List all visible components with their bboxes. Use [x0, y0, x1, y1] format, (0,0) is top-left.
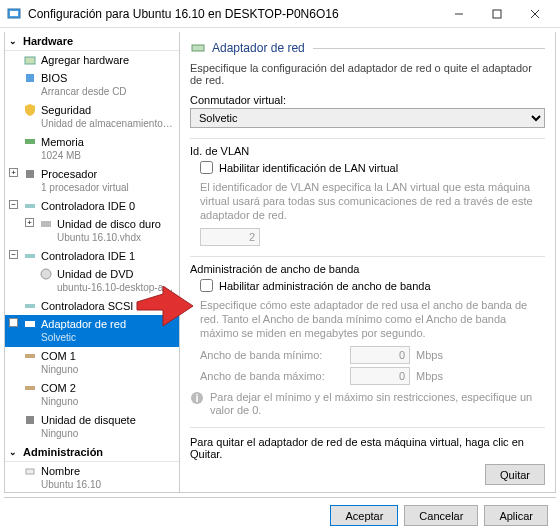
- bw-unit: Mbps: [416, 370, 443, 382]
- floppy-icon: [23, 413, 37, 427]
- port-icon: [23, 381, 37, 395]
- info-icon: i: [190, 391, 204, 405]
- bandwidth-enable-checkbox[interactable]: Habilitar administración de ancho de ban…: [200, 279, 545, 292]
- tree-network-adapter[interactable]: + Adaptador de red Solvetic: [5, 315, 179, 347]
- expand-icon[interactable]: +: [9, 168, 18, 177]
- shield-icon: [23, 103, 37, 117]
- memory-icon: [23, 135, 37, 149]
- bw-max-input: [350, 367, 410, 385]
- svg-rect-11: [41, 221, 51, 227]
- svg-rect-7: [26, 74, 34, 82]
- collapse-icon[interactable]: −: [9, 250, 18, 259]
- expand-icon[interactable]: +: [25, 218, 34, 227]
- settings-tree[interactable]: ⌄ Hardware Agregar hardware BIOS Arranca…: [5, 32, 180, 492]
- apply-button[interactable]: Aplicar: [484, 505, 548, 526]
- cpu-icon: [23, 167, 37, 181]
- tree-ide1[interactable]: − Controladora IDE 1: [5, 247, 179, 265]
- chevron-down-icon: ⌄: [9, 447, 17, 457]
- svg-rect-6: [25, 57, 35, 64]
- controller-icon: [23, 199, 37, 213]
- tree-ide0[interactable]: − Controladora IDE 0: [5, 197, 179, 215]
- chip-icon: [23, 71, 37, 85]
- virtual-switch-select[interactable]: Solvetic: [190, 108, 545, 128]
- vlan-checkbox-input[interactable]: [200, 161, 213, 174]
- cancel-button[interactable]: Cancelar: [404, 505, 478, 526]
- tree-dvd[interactable]: Unidad de DVD ubuntu-16.10-desktop-am...: [5, 265, 179, 297]
- svg-point-13: [41, 269, 51, 279]
- panel-description: Especifique la configuración del adaptad…: [190, 62, 545, 86]
- vlan-group-title: Id. de VLAN: [190, 145, 545, 157]
- divider: [313, 48, 545, 49]
- svg-rect-19: [26, 469, 34, 474]
- panel-title: Adaptador de red: [212, 41, 305, 55]
- window-title: Configuración para Ubuntu 16.10 en DESKT…: [28, 7, 440, 21]
- remove-button[interactable]: Quitar: [485, 464, 545, 485]
- section-hardware[interactable]: ⌄ Hardware: [5, 32, 179, 51]
- remove-text: Para quitar el adaptador de red de esta …: [190, 436, 545, 460]
- svg-rect-24: [192, 45, 204, 51]
- controller-icon: [23, 249, 37, 263]
- network-adapter-icon: [190, 40, 206, 56]
- tree-add-hardware[interactable]: Agregar hardware: [5, 51, 179, 69]
- svg-rect-9: [26, 170, 34, 178]
- svg-text:i: i: [195, 392, 198, 404]
- dialog-button-row: Aceptar Cancelar Aplicar: [4, 497, 556, 529]
- vlan-help-text: El identificador de VLAN especifica la L…: [200, 180, 545, 222]
- hdd-icon: [39, 217, 53, 231]
- virtual-switch-label: Conmutador virtual:: [190, 94, 545, 106]
- svg-rect-10: [25, 204, 35, 208]
- tree-memory[interactable]: Memoria 1024 MB: [5, 133, 179, 165]
- svg-rect-14: [25, 304, 35, 308]
- close-button[interactable]: [516, 2, 554, 26]
- tag-icon: [23, 464, 37, 478]
- svg-rect-12: [25, 254, 35, 258]
- add-hardware-icon: [23, 53, 37, 67]
- svg-rect-15: [25, 321, 35, 327]
- collapse-icon[interactable]: −: [9, 200, 18, 209]
- bw-unit: Mbps: [416, 349, 443, 361]
- section-admin[interactable]: ⌄ Administración: [5, 443, 179, 462]
- ok-button[interactable]: Aceptar: [330, 505, 398, 526]
- chevron-down-icon: ⌄: [9, 36, 17, 46]
- svg-rect-1: [10, 11, 18, 16]
- tree-security[interactable]: Seguridad Unidad de almacenamiento d...: [5, 101, 179, 133]
- tree-bios[interactable]: BIOS Arrancar desde CD: [5, 69, 179, 101]
- minimize-button[interactable]: [440, 2, 478, 26]
- bandwidth-checkbox-input[interactable]: [200, 279, 213, 292]
- tree-hdd[interactable]: + Unidad de disco duro Ubuntu 16.10.vhdx: [5, 215, 179, 247]
- vlan-enable-checkbox[interactable]: Habilitar identificación de LAN virtual: [200, 161, 545, 174]
- bw-max-label: Ancho de banda máximo:: [200, 370, 350, 382]
- svg-rect-3: [493, 10, 501, 18]
- tree-name[interactable]: Nombre Ubuntu 16.10: [5, 462, 179, 492]
- tree-com1[interactable]: COM 1 Ninguno: [5, 347, 179, 379]
- svg-rect-8: [25, 139, 35, 144]
- maximize-button[interactable]: [478, 2, 516, 26]
- svg-rect-17: [25, 386, 35, 390]
- bandwidth-help-text: Especifique cómo este adaptador de red u…: [200, 298, 545, 340]
- network-icon: [23, 317, 37, 331]
- svg-rect-18: [26, 416, 34, 424]
- tree-com2[interactable]: COM 2 Ninguno: [5, 379, 179, 411]
- bw-min-input: [350, 346, 410, 364]
- dvd-icon: [39, 267, 53, 281]
- controller-icon: [23, 299, 37, 313]
- vlan-id-input: [200, 228, 260, 246]
- bw-min-label: Ancho de banda mínimo:: [200, 349, 350, 361]
- svg-rect-16: [25, 354, 35, 358]
- tree-scsi[interactable]: Controladora SCSI: [5, 297, 179, 315]
- expand-icon[interactable]: +: [9, 318, 18, 327]
- bw-tip-text: Para dejar el mínimo y el máximo sin res…: [210, 391, 545, 417]
- tree-floppy[interactable]: Unidad de disquete Ninguno: [5, 411, 179, 443]
- port-icon: [23, 349, 37, 363]
- tree-processor[interactable]: + Procesador 1 procesador virtual: [5, 165, 179, 197]
- titlebar: Configuración para Ubuntu 16.10 en DESKT…: [0, 0, 560, 28]
- app-icon: [6, 6, 22, 22]
- settings-panel: Adaptador de red Especifique la configur…: [180, 32, 555, 492]
- bandwidth-group-title: Administración de ancho de banda: [190, 263, 545, 275]
